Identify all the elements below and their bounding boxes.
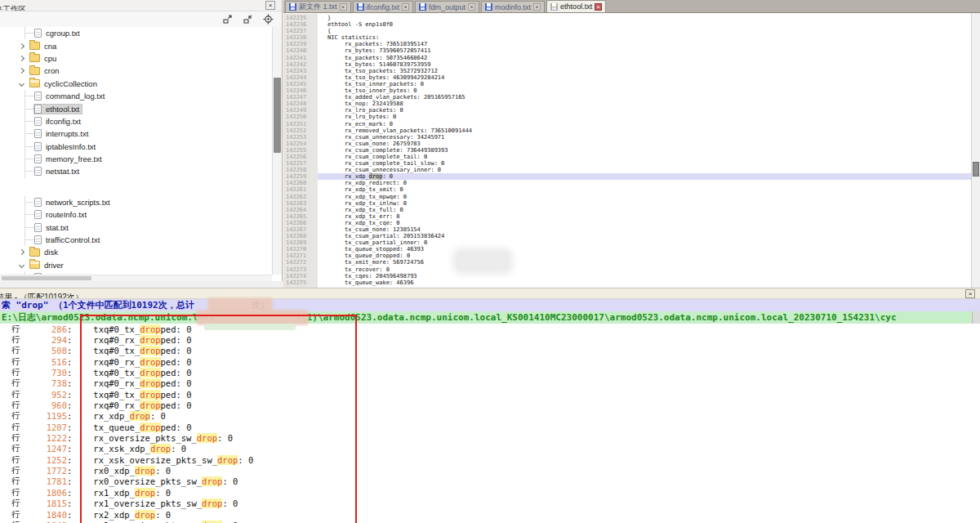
tree-item-cna[interactable]: cna [0,39,272,51]
code-line[interactable]: tx_queue_stopped: 46393 [318,246,971,253]
tree-item-stat-txt[interactable]: stat.txt [0,221,272,233]
code-line[interactable]: rx_csum_complete: 736449389393 [318,147,971,154]
current-code-line[interactable]: rx_xdp_drop: 0 [318,173,971,180]
code-line[interactable]: tx_queue_wake: 46396 [318,279,971,286]
chevron-down-icon[interactable] [19,262,24,268]
result-row[interactable]: 行730:txq#0_tx_dropped: 0 [0,367,980,378]
tree-item-routeinfo-txt[interactable]: routeInfo.txt [0,208,272,221]
tab-fdm-output[interactable]: fdm_output× [415,1,479,12]
code-line[interactable]: tx_queue_dropped: 0 [318,253,971,259]
collapse-all-icon[interactable] [243,14,253,25]
result-row[interactable]: 行952:txq#0_tx_dropped: 0 [0,389,980,400]
code-line[interactable]: tx_csum_none: 12385154 [318,226,971,233]
code-line[interactable]: tx_tso_inner_bytes: 0 [318,87,971,94]
code-line[interactable]: tx_nop: 232419588 [318,101,971,107]
code-line[interactable]: rx_csum_none: 26759783 [318,141,971,147]
result-row[interactable]: 行1840:rx2_xdp_drop: 0 [0,509,980,520]
code-line[interactable]: tx_bytes: 514607839753959 [318,61,971,68]
code-line[interactable]: rx_csum_unnecessary_inner: 0 [318,167,971,173]
result-row[interactable]: 行1849:rx2_oversize_pkts_sw_drop: 0 [0,520,980,523]
editor-scroll-thumb[interactable] [973,162,979,177]
tree-horizontal-scrollbar[interactable] [0,275,272,281]
result-row[interactable]: 行1207:tx_queue_dropped: 0 [0,422,980,432]
code-line[interactable]: rx_xdp_tx_xmit: 0 [318,186,971,193]
tree-item-driver[interactable]: driver [0,259,272,271]
code-line[interactable]: rx_xdp_tx_err: 0 [318,213,971,220]
code-line[interactable]: tx_recover: 0 [318,266,971,273]
editor-vertical-scrollbar[interactable] [971,13,980,288]
code-area[interactable]: 142235 142236 142237 142238 142239 14224… [283,14,971,288]
code-line[interactable]: rx_csum_complete_tail: 0 [318,154,971,160]
code-line[interactable]: { [318,28,971,34]
code-text[interactable]: }ethtool -S enp1s0f0{NIC statistics: rx_… [318,14,971,288]
chevron-right-icon[interactable] [19,68,24,74]
result-row[interactable]: 行508:txq#0_tx_dropped: 0 [0,346,980,356]
result-row[interactable]: 行1781:rx0_oversize_pkts_sw_drop: 0 [0,476,980,487]
result-row[interactable]: 行286:txq#0_tx_dropped: 0 [0,324,980,334]
tree-item-memory-free-txt[interactable]: memory_free.txt [0,153,272,165]
tree-item-interrupts-txt[interactable]: interrupts.txt [0,127,272,140]
tree-item-ifconfig-txt[interactable]: ifconfig.txt [0,115,272,127]
chevron-right-icon[interactable] [19,43,24,49]
tab-close-icon[interactable]: × [468,3,475,11]
code-line[interactable]: tx_tso_inner_packets: 0 [318,81,971,87]
code-line[interactable]: rx_removed_vlan_packets: 736510091444 [318,127,971,134]
tab-close-icon[interactable]: × [533,3,541,11]
tab-close-icon[interactable]: × [595,3,602,11]
code-line[interactable]: rx_ecn_mark: 0 [318,121,971,127]
tree-item-cpu[interactable]: cpu [0,52,272,65]
tree-scroll-thumb[interactable] [274,78,281,153]
result-row[interactable]: 行1222:rx_oversize_pkts_sw_drop: 0 [0,432,980,443]
result-row[interactable]: 行516:rxq#0_rx_dropped: 0 [0,356,980,367]
result-row[interactable]: 行1195:rx_xdp_drop: 0 [0,411,980,422]
tree-item-command-log-txt[interactable]: command_log.txt [0,90,272,102]
tree-item-trafficcontrol-txt[interactable]: trafficControl.txt [0,234,272,246]
code-line[interactable]: rx_lro_packets: 0 [318,107,971,114]
tab-modinfo-txt[interactable]: modinfo.txt× [481,1,545,12]
code-line[interactable]: rx_xdp_tx_full: 0 [318,207,971,213]
tab-ethtool-txt[interactable]: ethtool.txt× [546,0,606,12]
code-line[interactable]: NIC statistics: [318,34,971,41]
results-close-icon[interactable]: × [965,289,975,298]
tree-vertical-scrollbar[interactable] [272,27,282,275]
code-line[interactable]: tx_added_vlan_packets: 205165957165 [318,94,971,101]
code-line[interactable]: tx_csum_partial: 205153836424 [318,233,971,239]
code-line[interactable]: tx_tso_bytes: 463099429284214 [318,74,971,81]
chevron-right-icon[interactable] [19,56,24,61]
code-line[interactable]: rx_xdp_redirect: 0 [318,180,971,186]
result-row[interactable]: 行960:rxq#0_rx_dropped: 0 [0,400,980,410]
expand-all-icon[interactable] [222,14,233,25]
chevron-right-icon[interactable] [19,249,24,255]
result-row[interactable]: 行294:rxq#0_rx_dropped: 0 [0,334,980,345]
result-file-path-line[interactable]: E:\日志\armod0523.odata.ncmp.unicom.locar(… [0,311,980,324]
tree-item-netstat-txt[interactable]: netstat.txt [0,165,272,177]
code-line[interactable]: tx_xmit_more: 569724756 [318,259,971,266]
tree-item-cgroup-txt[interactable]: cgroup.txt [0,27,272,39]
code-line[interactable]: rx_csum_complete_tail_slow: 0 [318,160,971,167]
result-row[interactable]: 行1772:rx0_xdp_drop: 0 [0,465,980,476]
tab-close-icon[interactable]: × [340,3,347,11]
code-line[interactable]: } [318,15,971,21]
code-line[interactable]: rx_csum_unnecessary: 34245971 [318,134,971,141]
tab-ifconfig-txt[interactable]: ifconfig.txt× [353,1,414,12]
code-line[interactable]: rx_bytes: 735960572057411 [318,47,971,54]
tree-item-network-scripts-txt[interactable]: network_scripts.txt [0,196,272,208]
tree-item-iptablesinfo-txt[interactable]: iptablesInfo.txt [0,141,272,153]
code-line[interactable]: rx_packets: 736510395147 [318,41,971,47]
tree-item-cycliccollection[interactable]: cyclicCollection [0,78,272,90]
tree-item-disk[interactable]: disk [0,246,272,258]
code-line[interactable]: rx_xdp_tx_cqe: 0 [318,220,971,226]
search-summary-line[interactable]: 索 "drop" （1个文件中匹配到10192次，总计次） [0,299,980,311]
code-line[interactable]: rx_lro_bytes: 0 [318,114,971,120]
code-line[interactable]: rx_xdp_tx_mpwqe: 0 [318,194,971,200]
chevron-down-icon[interactable] [19,81,24,87]
result-row[interactable]: 行738:rxq#0_rx_dropped: 0 [0,378,980,389]
locate-target-icon[interactable] [263,14,274,25]
tree-item-cron[interactable]: cron [0,65,272,77]
result-row[interactable]: 行1815:rx1_oversize_pkts_sw_drop: 0 [0,498,980,509]
code-line[interactable]: rx_xdp_tx_inlnw: 0 [318,200,971,207]
tab-close-icon[interactable]: × [402,3,409,11]
result-row[interactable]: 行1806:rx1_xdp_drop: 0 [0,487,980,498]
tree-hscroll-thumb[interactable] [2,276,91,280]
tab--1-txt[interactable]: 新文件 1.txt× [285,1,351,12]
